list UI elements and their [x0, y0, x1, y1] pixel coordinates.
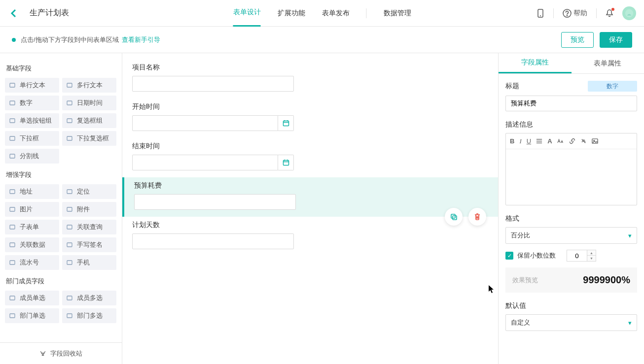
prop-format-label: 格式: [505, 214, 637, 223]
decimal-up-button[interactable]: ▲: [587, 250, 596, 256]
chevron-down-icon: ▾: [628, 319, 632, 327]
enhanced-chip-1[interactable]: 定位: [62, 184, 116, 199]
font-color-icon[interactable]: A: [547, 137, 552, 145]
field-input[interactable]: [132, 115, 278, 131]
chip-label: 关联查询: [77, 223, 103, 232]
form-title[interactable]: 生产计划表: [30, 8, 69, 18]
basic-chip-0[interactable]: 单行文本: [5, 78, 59, 93]
newbie-guide-link[interactable]: 查看新手引导: [122, 35, 160, 44]
form-field-2[interactable]: 结束时间: [122, 138, 498, 177]
field-icon: [9, 188, 16, 195]
basic-chip-1[interactable]: 多行文本: [62, 78, 116, 93]
form-field-3[interactable]: 预算耗费: [122, 177, 498, 217]
format-select[interactable]: 百分比 ▾: [505, 227, 637, 244]
enhanced-chip-7[interactable]: 手写签名: [62, 237, 116, 252]
recycle-bin-button[interactable]: 字段回收站: [0, 342, 122, 364]
dept-chip-0[interactable]: 成员单选: [5, 291, 59, 305]
enhanced-chip-5[interactable]: 关联查询: [62, 220, 116, 234]
enhanced-chip-0[interactable]: 地址: [5, 184, 59, 199]
chip-label: 附件: [77, 205, 90, 214]
form-field-4[interactable]: 计划天数: [122, 217, 498, 256]
save-button[interactable]: 保存: [600, 32, 632, 48]
tab-form-design[interactable]: 表单设计: [233, 0, 261, 27]
chip-label: 数字: [20, 99, 33, 107]
field-input[interactable]: [134, 194, 296, 210]
svg-rect-6: [67, 83, 72, 87]
enhanced-chip-3[interactable]: 附件: [62, 202, 116, 217]
hint-text: 点击/拖动下方字段到中间表单区域: [21, 35, 119, 44]
group-dept-title: 部门成员字段: [6, 277, 117, 286]
basic-chip-2[interactable]: 数字: [5, 96, 59, 110]
field-input[interactable]: [132, 76, 294, 92]
dept-chip-2[interactable]: 部门单选: [5, 308, 59, 323]
italic-icon[interactable]: I: [519, 137, 521, 145]
underline-icon[interactable]: U: [527, 137, 531, 145]
clear-format-icon[interactable]: [580, 138, 587, 144]
field-input[interactable]: [132, 155, 278, 170]
enhanced-chip-9[interactable]: 手机: [62, 255, 116, 270]
form-field-1[interactable]: 开始时间: [122, 99, 498, 138]
dept-chip-1[interactable]: 成员多选: [62, 291, 116, 305]
basic-chip-5[interactable]: 复选框组: [62, 113, 116, 128]
basic-chip-8[interactable]: 分割线: [5, 149, 59, 164]
form-field-0[interactable]: 项目名称: [122, 59, 498, 99]
field-icon: [9, 241, 16, 248]
delete-button[interactable]: [468, 208, 486, 226]
decimal-input[interactable]: [567, 250, 587, 262]
tab-extensions[interactable]: 扩展功能: [278, 0, 305, 27]
tab-field-props[interactable]: 字段属性: [499, 53, 572, 73]
chip-label: 分割线: [20, 152, 39, 161]
dept-chip-3[interactable]: 部门多选: [62, 308, 116, 323]
calendar-icon[interactable]: [278, 155, 294, 170]
svg-rect-10: [67, 119, 72, 123]
enhanced-chip-2[interactable]: 图片: [5, 202, 59, 217]
basic-chip-7[interactable]: 下拉复选框: [62, 131, 116, 146]
field-input[interactable]: [132, 233, 294, 249]
back-button[interactable]: [8, 7, 20, 19]
bold-icon[interactable]: B: [510, 137, 514, 145]
preview-button[interactable]: 预览: [561, 32, 594, 48]
calendar-icon[interactable]: [278, 115, 294, 131]
mobile-preview-icon[interactable]: [537, 9, 544, 18]
svg-rect-37: [453, 216, 457, 220]
default-select[interactable]: 自定义 ▾: [505, 314, 637, 331]
svg-rect-5: [10, 83, 15, 87]
help-button[interactable]: 帮助: [563, 9, 587, 18]
enhanced-chip-8[interactable]: 流水号: [5, 255, 59, 270]
align-icon[interactable]: [536, 138, 542, 144]
avatar[interactable]: [622, 6, 636, 20]
font-size-icon[interactable]: [557, 138, 564, 144]
default-value: 自定义: [511, 318, 530, 327]
image-icon[interactable]: [592, 138, 598, 144]
chip-label: 多行文本: [77, 81, 103, 90]
chip-label: 日期时间: [77, 99, 103, 107]
basic-chip-6[interactable]: 下拉框: [5, 131, 59, 146]
enhanced-chip-4[interactable]: 子表单: [5, 220, 59, 234]
tab-form-props[interactable]: 表单属性: [572, 53, 644, 73]
basic-chip-3[interactable]: 日期时间: [62, 96, 116, 110]
link-icon[interactable]: [569, 138, 575, 144]
tab-data-manage[interactable]: 数据管理: [384, 0, 411, 27]
notifications-icon[interactable]: [606, 9, 613, 18]
svg-rect-15: [67, 190, 72, 194]
field-icon: [9, 117, 16, 124]
chip-label: 地址: [20, 187, 33, 196]
group-basic-title: 基础字段: [6, 64, 117, 73]
field-label: 项目名称: [132, 63, 488, 72]
duplicate-button[interactable]: [445, 208, 463, 226]
enhanced-chip-6[interactable]: 关联数据: [5, 237, 59, 252]
decimal-checkbox[interactable]: ✓: [505, 252, 513, 260]
field-icon: [66, 259, 73, 266]
field-title-input[interactable]: [505, 96, 637, 111]
basic-chip-4[interactable]: 单选按钮组: [5, 113, 59, 128]
svg-rect-11: [10, 136, 15, 140]
help-label: 帮助: [573, 9, 587, 18]
svg-rect-17: [67, 207, 72, 211]
decimal-down-button[interactable]: ▼: [587, 256, 596, 262]
prop-default-label: 默认值: [505, 301, 637, 310]
format-value: 百分比: [511, 231, 530, 240]
field-icon: [9, 82, 16, 89]
description-textarea[interactable]: [506, 149, 637, 203]
tab-publish[interactable]: 表单发布: [322, 0, 350, 27]
field-icon: [66, 206, 73, 213]
